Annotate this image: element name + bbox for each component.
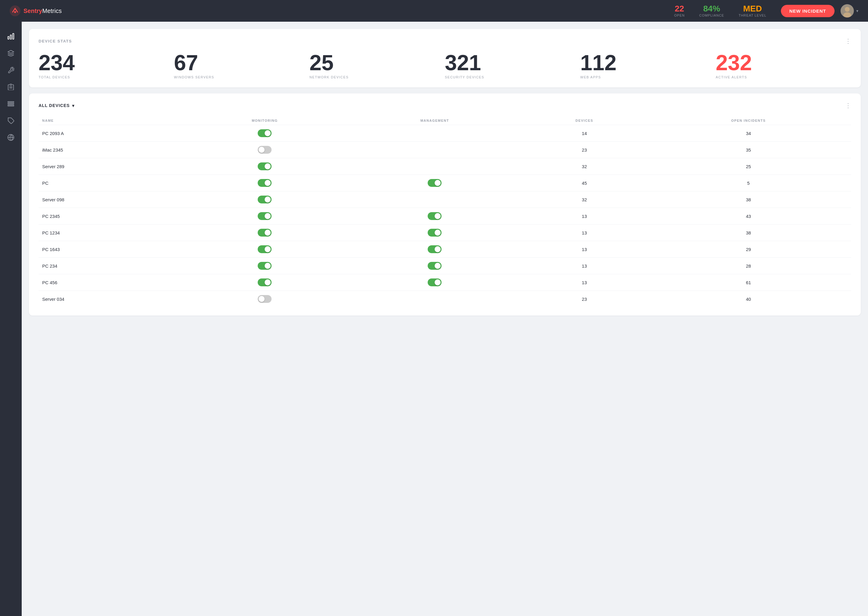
open-incidents-count: 25 [646,158,851,175]
table-row: PC 2341328 [39,258,851,274]
device-name: PC 456 [39,274,183,291]
devices-table-header: ALL DEVICES ▾ ⋮ [39,102,851,109]
devices-count: 14 [523,125,646,141]
col-header-monitoring: MONITORING [183,116,347,125]
svg-rect-12 [8,102,14,102]
stat-label: WEB APPS [580,75,715,79]
stat-label: ACTIVE ALERTS [716,75,851,79]
table-row: PC 4561361 [39,274,851,291]
monitoring-toggle[interactable] [258,129,272,137]
monitoring-toggle[interactable] [258,212,272,220]
devices-count: 13 [523,274,646,291]
devices-table-more-icon[interactable]: ⋮ [845,102,851,109]
devices-count: 23 [523,141,646,158]
list-icon [8,101,14,107]
sidebar-item-tools[interactable] [4,63,18,77]
device-name: PC 1643 [39,241,183,258]
table-row: PC 16431329 [39,241,851,258]
col-header-devices: DEVICES [523,116,646,125]
stat-value: 234 [39,52,174,74]
sidebar-item-globe[interactable] [4,130,18,145]
open-incidents-count: 38 [646,192,851,208]
stat-item: 234 TOTAL DEVICES [39,52,174,79]
open-incidents-count: 35 [646,141,851,158]
main-layout: DEVICE STATS ⋮ 234 TOTAL DEVICES 67 WIND… [0,22,868,616]
stat-open: 22 OPEN [674,5,685,17]
management-toggle[interactable] [428,229,442,237]
monitoring-toggle[interactable] [258,196,272,203]
monitoring-toggle[interactable] [258,245,272,253]
stat-value: 25 [310,52,445,74]
devices-table-card: ALL DEVICES ▾ ⋮ NAMEMONITORINGMANAGEMENT… [29,93,861,316]
devices-count: 13 [523,241,646,258]
table-row: iMac 23452335 [39,141,851,158]
device-name: iMac 2345 [39,141,183,158]
sidebar-item-analytics[interactable] [4,29,18,43]
monitoring-toggle[interactable] [258,262,272,270]
device-name: Server 289 [39,158,183,175]
avatar-image [841,4,854,17]
nav-stats: 22 OPEN 84% COMPLIANCE MED THREAT LEVEL [674,5,766,17]
management-cell [347,208,523,225]
svg-point-1 [14,11,16,13]
sidebar-item-layers[interactable] [4,46,18,60]
logo-text: SentryMetrics [24,8,62,14]
monitoring-cell [183,274,347,291]
device-stats-header: DEVICE STATS ⋮ [39,38,851,45]
new-incident-button[interactable]: NEW INCIDENT [781,5,835,17]
monitoring-cell [183,258,347,274]
stats-row: 234 TOTAL DEVICES 67 WINDOWS SERVERS 25 … [39,52,851,79]
monitoring-toggle[interactable] [258,278,272,286]
main-content: DEVICE STATS ⋮ 234 TOTAL DEVICES 67 WIND… [22,22,868,616]
management-toggle[interactable] [428,212,442,220]
monitoring-cell [183,225,347,241]
svg-point-0 [9,5,20,16]
toggle-knob [265,180,270,186]
table-filter-label: ALL DEVICES [39,103,70,108]
col-header-management: MANAGEMENT [347,116,523,125]
devices-count: 13 [523,208,646,225]
svg-rect-6 [10,35,11,39]
stat-item: 67 WINDOWS SERVERS [174,52,309,79]
svg-rect-7 [13,33,14,39]
threat-value: MED [739,5,766,13]
open-incidents-count: 40 [646,291,851,307]
management-toggle[interactable] [428,262,442,270]
stat-value: 112 [580,52,715,74]
device-name: PC 2345 [39,208,183,225]
management-toggle[interactable] [428,245,442,253]
stat-item: 232 ACTIVE ALERTS [716,52,851,79]
puzzle-icon [8,117,14,124]
toggle-knob [265,163,270,170]
device-name: PC 1234 [39,225,183,241]
table-filter[interactable]: ALL DEVICES ▾ [39,103,74,108]
open-incidents-count: 38 [646,225,851,241]
monitoring-toggle[interactable] [258,295,272,303]
devices-count: 32 [523,192,646,208]
monitoring-toggle[interactable] [258,162,272,170]
user-avatar-area[interactable]: ▾ [841,4,859,17]
stat-label: NETWORK DEVICES [310,75,445,79]
sidebar-item-list[interactable] [4,96,18,111]
stat-label: TOTAL DEVICES [39,75,174,79]
monitoring-toggle[interactable] [258,229,272,237]
management-toggle[interactable] [428,179,442,187]
toggle-knob [265,229,270,236]
monitoring-cell [183,192,347,208]
table-row: PC 2093 A1434 [39,125,851,141]
device-stats-card: DEVICE STATS ⋮ 234 TOTAL DEVICES 67 WIND… [29,29,861,87]
device-stats-more-icon[interactable]: ⋮ [845,38,851,45]
management-toggle[interactable] [428,278,442,286]
monitoring-toggle[interactable] [258,179,272,187]
device-name: Server 034 [39,291,183,307]
table-row: Server 0983238 [39,192,851,208]
svg-rect-5 [8,36,9,39]
sidebar-item-puzzle[interactable] [4,113,18,128]
management-cell [347,141,523,158]
svg-rect-13 [8,104,14,104]
open-incidents-count: 34 [646,125,851,141]
sidebar-item-clipboard[interactable] [4,80,18,94]
toggle-knob [259,147,265,153]
monitoring-toggle[interactable] [258,146,272,154]
management-cell [347,291,523,307]
